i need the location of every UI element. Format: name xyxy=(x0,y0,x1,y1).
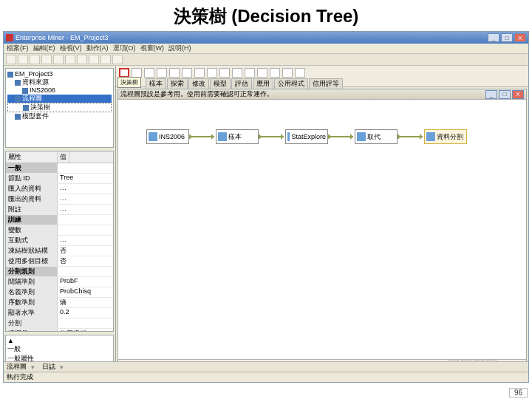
property-row[interactable]: 匯入的資料… xyxy=(6,184,113,194)
palette-tab[interactable]: 樣本 xyxy=(146,78,166,89)
node-icon xyxy=(357,132,366,141)
close-button[interactable]: X xyxy=(514,33,526,42)
folder-icon xyxy=(15,80,21,86)
palette-tab[interactable]: 信用評等 xyxy=(309,78,343,89)
folder-icon xyxy=(7,72,13,78)
node-label: StatExplore xyxy=(291,133,326,140)
flow-connector[interactable] xyxy=(398,136,423,137)
property-row[interactable]: 分割 xyxy=(6,318,113,329)
property-row[interactable]: 凍結樹狀結構否 xyxy=(6,246,113,256)
palette-tab[interactable]: 模型 xyxy=(210,78,231,89)
menu-options[interactable]: 選項(O) xyxy=(113,44,136,53)
property-value[interactable]: … xyxy=(58,236,113,245)
property-row[interactable]: 附註… xyxy=(6,205,113,215)
palette-button[interactable] xyxy=(144,68,154,78)
project-tree[interactable]: EM_Project3 資料來源 INS2006 流程圖 決策樹 模型套件 xyxy=(5,68,114,148)
palette-tab[interactable]: 應用 xyxy=(253,78,273,89)
tree-item-selected[interactable]: 流程圖 xyxy=(7,95,112,103)
property-value[interactable]: 0.2 xyxy=(58,308,113,318)
tree-item[interactable]: 模型套件 xyxy=(7,112,112,120)
minimize-button[interactable]: _ xyxy=(488,33,499,42)
toolbar-button[interactable] xyxy=(53,55,64,64)
flow-node[interactable]: 取代 xyxy=(355,129,398,144)
property-value[interactable] xyxy=(58,318,113,328)
folder-icon xyxy=(15,114,21,120)
tree-item[interactable]: INS2006 xyxy=(7,86,112,95)
property-row[interactable]: 節點 IDTree xyxy=(6,174,113,184)
property-value[interactable]: … xyxy=(58,194,113,204)
palette-tab[interactable]: 公用程式 xyxy=(274,78,308,89)
property-row[interactable]: 匯出的資料… xyxy=(6,194,113,205)
maximize-button[interactable]: □ xyxy=(501,33,513,42)
property-value[interactable]: 否 xyxy=(58,256,113,266)
toolbar-button[interactable] xyxy=(112,55,123,64)
flow-node[interactable]: INS2006 xyxy=(146,129,189,144)
property-value[interactable] xyxy=(58,225,113,235)
palette-button[interactable] xyxy=(282,68,293,78)
flow-connector[interactable] xyxy=(259,136,284,137)
toolbar-button[interactable] xyxy=(100,55,111,64)
property-value[interactable]: Tree xyxy=(58,174,113,183)
palette-button[interactable] xyxy=(245,68,255,78)
property-row[interactable]: 使用多個目標否 xyxy=(6,256,113,267)
flow-node[interactable]: StatExplore xyxy=(285,129,328,144)
menu-window[interactable]: 視窗(W) xyxy=(140,44,165,53)
property-value[interactable]: … xyxy=(58,184,113,194)
properties-panel[interactable]: 屬性 值 一般節點 IDTree匯入的資料…匯出的資料…附註…訓練變數互動式…凍… xyxy=(5,151,114,332)
palette-tab[interactable]: 修改 xyxy=(188,78,209,89)
property-value[interactable]: … xyxy=(58,205,113,214)
menu-help[interactable]: 說明(H) xyxy=(168,44,191,53)
toolbar-button[interactable] xyxy=(41,55,52,64)
property-row[interactable]: 顯著水準0.2 xyxy=(6,308,113,318)
palette-button[interactable] xyxy=(182,68,192,78)
palette-button[interactable] xyxy=(232,68,242,78)
flow-connector[interactable] xyxy=(328,136,353,137)
property-value[interactable]: 熵 xyxy=(58,298,113,307)
menu-view[interactable]: 檢視(V) xyxy=(60,44,82,53)
palette-button[interactable] xyxy=(219,68,230,78)
palette-button[interactable] xyxy=(270,68,280,78)
property-value[interactable]: ProbChisq xyxy=(58,287,113,297)
toolbar-button[interactable] xyxy=(6,55,16,64)
property-row[interactable]: 遺漏值使用搜尋 xyxy=(6,329,113,332)
tree-item[interactable]: EM_Project3 xyxy=(7,70,112,78)
palette-tab[interactable]: 探索 xyxy=(167,78,188,89)
palette-button[interactable] xyxy=(194,68,205,78)
node-label: 取代 xyxy=(367,132,381,142)
status-log[interactable]: 日誌 xyxy=(42,362,55,372)
menu-action[interactable]: 動作(A) xyxy=(86,44,109,53)
property-row[interactable]: 間隔準則ProbF xyxy=(6,277,113,287)
folder-icon xyxy=(15,96,21,102)
canvas-close-button[interactable]: X xyxy=(512,90,524,99)
palette-tab[interactable]: 評估 xyxy=(231,78,252,89)
menu-edit[interactable]: 編輯(E) xyxy=(33,44,55,53)
palette-button[interactable] xyxy=(207,68,217,78)
toolbar-button[interactable] xyxy=(18,55,28,64)
canvas-maximize-button[interactable]: □ xyxy=(499,90,511,99)
property-row[interactable]: 名義準則ProbChisq xyxy=(6,287,113,298)
toolbar-button[interactable] xyxy=(30,55,40,64)
menu-file[interactable]: 檔案(F) xyxy=(7,44,29,53)
palette-button[interactable] xyxy=(157,68,167,78)
canvas-minimize-button[interactable]: _ xyxy=(485,90,497,99)
flow-connector[interactable] xyxy=(189,136,214,137)
tree-item-focused[interactable]: 決策樹 xyxy=(7,103,112,112)
property-value[interactable]: 使用搜尋 xyxy=(58,329,113,332)
toolbar-button[interactable] xyxy=(65,55,75,64)
palette-button[interactable] xyxy=(295,68,305,78)
property-value[interactable]: ProbF xyxy=(58,277,113,287)
flow-node[interactable]: 資料分割 xyxy=(424,129,467,144)
property-value[interactable]: 否 xyxy=(58,246,113,256)
property-row[interactable]: 序數準則熵 xyxy=(6,298,113,308)
property-row[interactable]: 互動式… xyxy=(6,236,113,246)
toolbar-button[interactable] xyxy=(89,55,99,64)
flow-node[interactable]: 樣本 xyxy=(216,129,259,144)
property-row[interactable]: 變數 xyxy=(6,225,113,236)
diagram-canvas[interactable]: INS2006樣本StatExplore取代資料分割 xyxy=(118,100,526,359)
diagram-icon xyxy=(23,105,29,111)
tree-item[interactable]: 資料來源 xyxy=(7,78,112,86)
palette-button[interactable] xyxy=(169,68,180,78)
toolbar-button[interactable] xyxy=(77,55,87,64)
property-key: 互動式 xyxy=(6,236,58,245)
palette-button[interactable] xyxy=(257,68,267,78)
